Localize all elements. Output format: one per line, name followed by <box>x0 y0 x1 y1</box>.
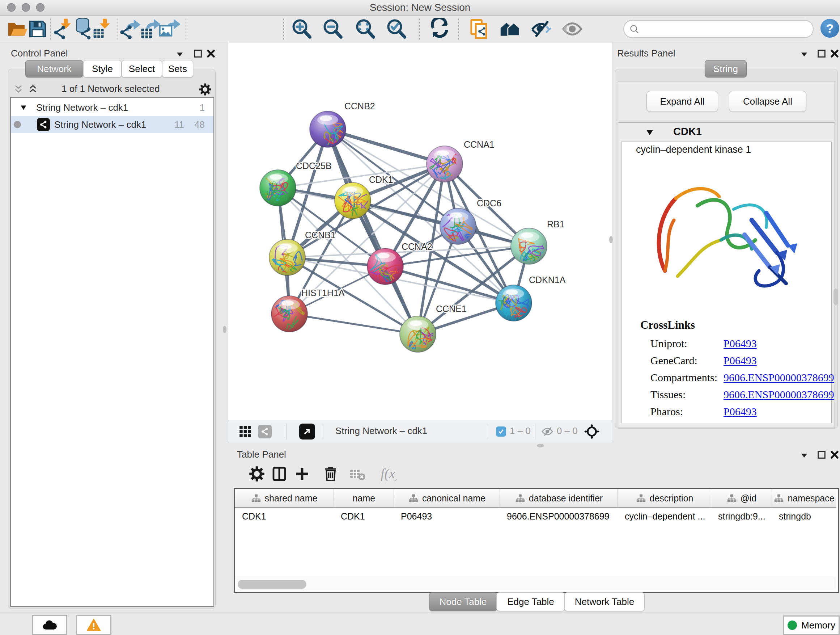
zoom-out-button[interactable] <box>322 18 344 40</box>
table-cell[interactable]: CDK1 <box>333 508 393 524</box>
zoom-selected-button[interactable] <box>386 18 407 40</box>
column-header-description[interactable]: description <box>617 489 711 508</box>
network-share-icon[interactable] <box>258 424 272 439</box>
expand-all-tree-icon[interactable] <box>27 84 38 96</box>
results-tab-string[interactable]: String <box>705 60 747 78</box>
birdseye-crosshair-icon[interactable] <box>584 423 600 440</box>
show-all-button[interactable] <box>561 18 583 40</box>
table-columns-icon[interactable] <box>271 465 288 483</box>
column-header--id[interactable]: @id <box>711 489 772 508</box>
cloud-button[interactable] <box>32 615 67 635</box>
column-header-shared-name[interactable]: shared name <box>235 489 333 508</box>
table-panel-menu-icon[interactable] <box>799 450 810 462</box>
grid-view-icon[interactable] <box>238 424 252 439</box>
table-cell[interactable]: stringdb:9... <box>711 508 772 524</box>
open-file-button[interactable] <box>6 18 28 40</box>
table-panel-float-icon[interactable] <box>816 450 827 461</box>
network-node-HIST1H1A[interactable] <box>271 296 308 335</box>
window-title: Session: New Session <box>0 2 840 13</box>
column-header-namespace[interactable]: namespace <box>772 489 836 508</box>
import-network-from-database-button[interactable] <box>73 18 94 40</box>
tree-expand-caret-icon[interactable] <box>19 103 28 111</box>
control-panel-close-icon[interactable] <box>205 49 216 60</box>
table-hscrollbar-thumb[interactable] <box>238 580 306 589</box>
control-panel-float-icon[interactable] <box>193 49 203 60</box>
table-tab-network-table[interactable]: Network Table <box>564 592 645 611</box>
network-node-CDC6[interactable] <box>439 208 476 247</box>
search-input[interactable] <box>623 20 813 38</box>
warnings-button[interactable] <box>76 615 111 635</box>
table-gear-icon[interactable] <box>248 465 265 483</box>
crosslink-value[interactable]: P06493 <box>723 337 757 350</box>
results-panel-close-icon[interactable] <box>829 49 840 60</box>
horizontal-splitter-handle[interactable] <box>537 444 544 448</box>
results-panel-float-icon[interactable] <box>816 49 827 60</box>
network-node-CCNA1[interactable] <box>426 146 463 188</box>
table-panel-close-icon[interactable] <box>829 450 840 461</box>
table-tab-node-table[interactable]: Node Table <box>429 592 497 611</box>
import-network-from-file-button[interactable] <box>53 18 74 40</box>
export-view-button[interactable] <box>299 424 315 440</box>
network-graph[interactable]: CCNB2CCNA1CDC25BCDK1CDC6RB1CCNB1CCNA2CDK… <box>228 43 611 420</box>
zoom-in-button[interactable] <box>291 18 313 40</box>
collapse-all-tree-icon[interactable] <box>13 84 24 96</box>
crosslink-value[interactable]: 9606.ENSP00000378699 <box>723 371 834 384</box>
table-hscrollbar[interactable] <box>235 578 836 590</box>
control-tab-style[interactable]: Style <box>83 60 122 78</box>
copy-style-button[interactable] <box>468 18 490 40</box>
network-options-gear-icon[interactable] <box>198 82 212 96</box>
export-image-button[interactable] <box>158 18 180 40</box>
network-node-CCNA2[interactable] <box>367 249 403 287</box>
node-table: shared namenamecanonical namedatabase id… <box>234 488 839 593</box>
network-node-CDC25B[interactable] <box>260 170 296 211</box>
hidden-counts: 0 – 0 <box>557 425 578 437</box>
table-add-icon[interactable] <box>294 465 311 483</box>
column-header-database-identifier[interactable]: database identifier <box>500 489 618 508</box>
home-layout-button[interactable] <box>499 18 521 40</box>
column-header-name[interactable]: name <box>333 489 394 508</box>
table-cell[interactable]: 9606.ENSP00000378699 <box>500 508 617 524</box>
entry-collapse-caret-icon[interactable] <box>644 128 655 137</box>
crosslink-value[interactable]: 9606.ENSP00000378699 <box>723 388 834 401</box>
network-node-CCNB1[interactable] <box>269 239 305 276</box>
control-panel-menu-icon[interactable] <box>174 49 185 61</box>
table-tab-edge-table[interactable]: Edge Table <box>496 592 565 611</box>
network-node-RB1[interactable] <box>511 228 547 270</box>
control-tab-sets[interactable]: Sets <box>162 60 193 78</box>
network-tree-root-row[interactable]: String Network – cdk1 1 <box>11 99 213 116</box>
node-label: CCNA1 <box>464 139 494 149</box>
export-table-to-file-button[interactable] <box>139 18 160 40</box>
table-cell[interactable]: CDK1 <box>235 508 333 524</box>
help-button[interactable]: ? <box>821 19 839 38</box>
network-node-CDKN1A[interactable] <box>496 285 532 321</box>
results-scrollbar-thumb[interactable] <box>834 289 838 305</box>
export-network-to-file-button[interactable] <box>119 18 141 40</box>
results-panel-menu-icon[interactable] <box>799 49 810 61</box>
control-tab-network[interactable]: Network <box>25 60 83 78</box>
crosslink-value[interactable]: P06493 <box>723 355 757 367</box>
table-cell[interactable]: stringdb <box>772 508 836 524</box>
import-table-from-file-button[interactable] <box>92 18 114 40</box>
toolbar-separator <box>458 18 459 40</box>
collapse-all-button[interactable]: Collapse All <box>729 91 806 112</box>
control-tab-select[interactable]: Select <box>122 60 162 78</box>
selected-checkbox[interactable] <box>496 426 506 437</box>
refresh-view-button[interactable] <box>429 18 451 40</box>
table-delete-icon[interactable] <box>322 465 339 483</box>
table-cell[interactable]: cyclin–dependent ... <box>617 508 711 524</box>
hide-selected-button[interactable] <box>531 18 552 40</box>
expand-all-button[interactable]: Expand All <box>646 91 718 112</box>
column-header-canonical-name[interactable]: canonical name <box>393 489 500 508</box>
save-session-button[interactable] <box>27 18 49 40</box>
table-cell[interactable]: P06493 <box>393 508 500 524</box>
crosslink-label: Uniprot: <box>651 337 687 350</box>
vertical-splitter-handle[interactable] <box>223 326 226 333</box>
zoom-fit-content-button[interactable] <box>355 18 376 40</box>
network-tree-child-row[interactable]: String Network – cdk1 11 48 <box>11 116 213 133</box>
crosslink-value[interactable]: P06493 <box>723 405 757 418</box>
vertical-splitter-handle-right[interactable] <box>609 236 613 243</box>
memory-button[interactable]: Memory <box>783 616 840 635</box>
network-node-CDK1[interactable] <box>335 182 373 222</box>
network-node-CCNE1[interactable] <box>400 316 436 358</box>
hidden-eye-icon[interactable] <box>540 425 554 438</box>
